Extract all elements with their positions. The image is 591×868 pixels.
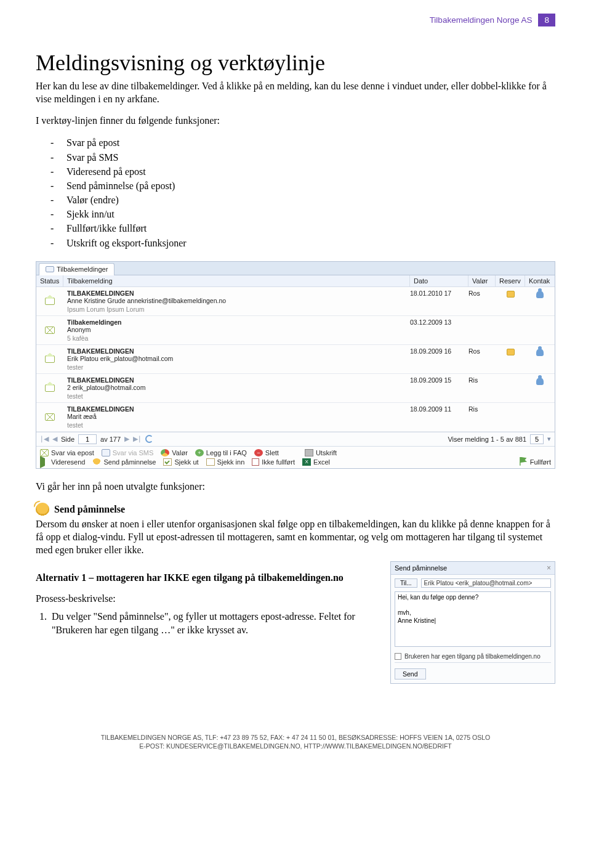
tab-label: Tilbakemeldinger — [57, 266, 108, 273]
checkin-icon — [206, 458, 215, 466]
not-complete-icon — [252, 458, 259, 466]
kontak-cell — [525, 347, 555, 371]
ikke-fullfort-button[interactable]: Ikke fullført — [252, 458, 295, 466]
mail-closed-icon — [45, 327, 55, 334]
svar-epost-button[interactable]: Svar via epost — [40, 449, 94, 456]
kontak-cell — [525, 318, 555, 342]
send-button[interactable]: Send — [395, 668, 426, 679]
reserv-cell — [496, 318, 525, 342]
row-snippet: Ipsum Lorum Ipsum Lorum — [67, 306, 406, 313]
row-from: Anne Kristine Grude annekristine@tilbake… — [67, 297, 406, 304]
fullfort-button[interactable]: Fullført — [519, 449, 551, 466]
col-dato[interactable]: Dato — [410, 275, 468, 286]
access-checkbox[interactable] — [395, 653, 401, 660]
videresend-button[interactable]: Videresend — [40, 458, 85, 466]
row-title: TILBAKEMELDINGEN — [67, 376, 406, 384]
person-icon — [536, 349, 544, 356]
status-cell — [36, 405, 63, 429]
paminnelse-button[interactable]: Send påminnelse — [92, 458, 156, 466]
main-cell: TILBAKEMELDINGEN2 erik_platou@hotmail.co… — [63, 376, 410, 400]
row-title: TILBAKEMELDINGEN — [67, 347, 406, 355]
main-cell: TILBAKEMELDINGENErik Platou erik_platou@… — [63, 347, 410, 371]
bell-icon — [92, 458, 101, 466]
refresh-icon[interactable] — [145, 435, 153, 443]
table-row[interactable]: TILBAKEMELDINGENAnne Kristine Grude anne… — [36, 287, 555, 316]
table-row[interactable]: TILBAKEMELDINGENMarit æøåtestet18.09.200… — [36, 403, 555, 432]
col-kontak[interactable]: Kontak — [525, 275, 555, 286]
prev-page-icon[interactable]: ◀ — [52, 435, 57, 443]
list-item: Du velger "Send påminnelse", og fyller u… — [49, 610, 377, 636]
row-title: Tilbakemeldingen — [67, 318, 406, 326]
slett-button[interactable]: −Slett — [254, 449, 279, 456]
dato-cell: 18.09.2009 15 — [410, 376, 468, 400]
tab-strip: Tilbakemeldinger — [36, 262, 555, 275]
valor-cell: Ros — [468, 290, 496, 313]
col-status[interactable]: Status — [36, 275, 63, 286]
page-of-label: av 177 — [100, 436, 121, 443]
last-page-icon[interactable]: ▶∣ — [133, 435, 142, 443]
reserve-icon — [507, 291, 515, 298]
app-screenshot: Tilbakemeldinger Status Tilbakemelding D… — [36, 261, 555, 469]
header-company: Tilbakemeldingen Norge AS — [430, 14, 537, 26]
flag-icon — [519, 457, 528, 466]
next-page-icon[interactable]: ▶ — [124, 435, 129, 443]
sjekk-ut-button[interactable]: Sjekk ut — [163, 458, 198, 466]
til-field[interactable]: Erik Platou <erik_platou@hotmail.com> — [421, 578, 551, 588]
intro-paragraph-2: I verktøy-linjen finner du følgende funk… — [36, 114, 555, 127]
bell-icon — [36, 503, 49, 516]
tab-tilbakemeldinger[interactable]: Tilbakemeldinger — [39, 263, 115, 275]
col-valor[interactable]: Valør — [468, 275, 496, 286]
table-row[interactable]: TILBAKEMELDINGEN2 erik_platou@hotmail.co… — [36, 374, 555, 403]
faq-button[interactable]: +Legg til i FAQ — [195, 449, 247, 456]
footer-line-2: E-POST: KUNDESERVICE@TILBAKEMELDINGEN.NO… — [36, 742, 555, 750]
til-button[interactable]: Til... — [395, 578, 417, 588]
valor-cell: Ros — [468, 347, 496, 371]
list-item: Svar på epost — [66, 136, 555, 150]
plus-icon: + — [195, 449, 204, 456]
dato-cell: 18.01.2010 17 — [410, 290, 468, 313]
checkbox-label: Brukeren har egen tilgang på tilbakemeld… — [404, 653, 541, 660]
row-title: TILBAKEMELDINGEN — [67, 290, 406, 297]
first-page-icon[interactable]: ∣◀ — [40, 435, 49, 443]
page-input[interactable] — [78, 434, 97, 444]
list-item: Utskrift og eksport-funksjoner — [66, 236, 555, 250]
kontak-cell — [525, 405, 555, 429]
close-icon[interactable]: × — [547, 564, 551, 572]
comment-icon — [46, 266, 54, 272]
chevron-down-icon[interactable]: ▾ — [547, 435, 551, 443]
dato-cell: 18.09.2009 16 — [410, 347, 468, 371]
dialog-title: Send påminnelse — [395, 564, 447, 572]
print-icon — [305, 449, 313, 456]
table-row[interactable]: TilbakemeldingenAnonym5 kafèa03.12.2009 … — [36, 316, 555, 345]
valor-button[interactable]: Valør — [161, 449, 187, 456]
row-title: TILBAKEMELDINGEN — [67, 405, 406, 413]
pagesize-input[interactable] — [530, 434, 544, 444]
list-header: Status Tilbakemelding Dato Valør Reserv … — [36, 275, 555, 287]
feature-title: Send påminnelse — [54, 504, 125, 515]
excel-button[interactable]: XExcel — [302, 458, 330, 466]
row-from: Anonym — [67, 326, 406, 333]
footer-line-1: TILBAKEMELDINGEN NORGE AS, TLF: +47 23 8… — [36, 733, 555, 742]
sub-paragraph: Vi går her inn på noen utvalgte funksjon… — [36, 480, 555, 493]
paging-bar: ∣◀ ◀ Side av 177 ▶ ▶∣ Viser melding 1 - … — [36, 432, 555, 447]
svar-sms-button[interactable]: Svar via SMS — [102, 449, 154, 456]
valor-icon — [161, 449, 169, 456]
mail-open-icon — [45, 355, 55, 363]
col-tilbakemelding[interactable]: Tilbakemelding — [63, 275, 410, 286]
dato-cell: 18.09.2009 11 — [410, 405, 468, 429]
col-reserv[interactable]: Reserv — [496, 275, 525, 286]
sjekk-inn-button[interactable]: Sjekk inn — [206, 458, 245, 466]
message-textarea[interactable] — [395, 591, 551, 647]
main-cell: TILBAKEMELDINGENMarit æøåtestet — [63, 405, 410, 429]
valor-cell: Ris — [468, 376, 496, 400]
row-snippet: testet — [67, 421, 406, 429]
kontak-cell — [525, 376, 555, 400]
mail-icon — [40, 449, 49, 456]
page-footer: TILBAKEMELDINGEN NORGE AS, TLF: +47 23 8… — [36, 733, 555, 750]
delete-icon: − — [254, 449, 263, 456]
list-item: Videresend på epost — [66, 164, 555, 179]
row-from: Marit æøå — [67, 413, 406, 420]
table-row[interactable]: TILBAKEMELDINGENErik Platou erik_platou@… — [36, 345, 555, 374]
utskrift-button[interactable]: Utskrift — [305, 449, 337, 456]
person-icon — [536, 291, 544, 298]
